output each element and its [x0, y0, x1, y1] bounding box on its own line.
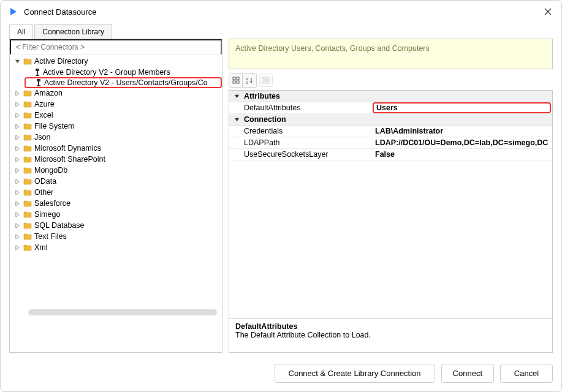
horizontal-scrollbar[interactable]: [28, 309, 217, 315]
tree-node[interactable]: OData: [13, 176, 222, 187]
connector-tree[interactable]: Active Directory: [10, 55, 222, 352]
prop-row-default-attributes[interactable]: DefaultAttributes Users: [229, 102, 552, 114]
tree-node[interactable]: File System: [13, 121, 222, 132]
svg-marker-17: [15, 168, 18, 172]
folder-icon: [23, 156, 32, 163]
chevron-down-icon[interactable]: [13, 58, 21, 65]
svg-marker-21: [15, 212, 18, 216]
tab-connection-library[interactable]: Connection Library: [34, 24, 112, 39]
close-button[interactable]: [542, 6, 554, 18]
tree-leaf-ad-users-contacts-groups[interactable]: Active Directory V2 - Users/Contacts/Gro…: [25, 77, 222, 88]
svg-marker-37: [234, 94, 238, 97]
prop-row-credentials[interactable]: Credentials LAB\Administrator: [229, 126, 552, 137]
tree-label: Xml: [34, 243, 48, 252]
connect-button[interactable]: Connect: [441, 364, 494, 383]
chevron-right-icon[interactable]: [13, 134, 21, 141]
folder-icon: [23, 89, 32, 97]
tree-node[interactable]: Json: [13, 132, 222, 143]
chevron-right-icon[interactable]: [13, 178, 21, 185]
tab-all[interactable]: All: [9, 24, 33, 39]
chevron-down-icon[interactable]: [233, 116, 240, 123]
tree-node[interactable]: Amazon: [13, 88, 222, 99]
svg-marker-32: [250, 81, 253, 83]
svg-rect-27: [233, 81, 235, 83]
folder-icon: [23, 167, 32, 174]
tree-label: Microsoft SharePoint: [34, 155, 105, 164]
chevron-right-icon[interactable]: [13, 167, 21, 174]
svg-marker-23: [15, 234, 18, 238]
chevron-right-icon[interactable]: [13, 211, 21, 218]
tree-node[interactable]: Simego: [13, 209, 222, 220]
chevron-right-icon[interactable]: [13, 100, 21, 108]
chevron-right-icon[interactable]: [13, 156, 21, 163]
svg-marker-3: [15, 59, 19, 62]
tree-node[interactable]: Other: [13, 187, 222, 198]
sort-az-button[interactable]: AZ: [243, 74, 256, 87]
property-grid: Attributes DefaultAttributes Users Conne…: [229, 90, 553, 353]
svg-marker-14: [15, 135, 18, 139]
connect-create-library-button[interactable]: Connect & Create Library Connection: [275, 364, 435, 383]
connector-icon: [36, 78, 42, 87]
svg-text:Z: Z: [246, 81, 248, 84]
left-panel: All Connection Library: [9, 24, 222, 353]
prop-value[interactable]: LDAP://DC01/OU=Demo,DC=lab,DC=simego,DC: [371, 137, 552, 148]
chevron-right-icon[interactable]: [13, 123, 21, 130]
svg-marker-12: [15, 113, 18, 117]
tree-label: Active Directory: [34, 57, 88, 66]
tree-label: Microsoft Dynamics: [34, 144, 101, 153]
tree-leaf-ad-group-members[interactable]: Active Directory V2 - Group Members: [25, 67, 222, 78]
tree-node[interactable]: Azure: [13, 99, 222, 110]
folder-icon: [23, 211, 32, 218]
svg-rect-4: [36, 69, 39, 71]
tree-node[interactable]: SQL Database: [13, 220, 222, 231]
folder-icon: [23, 145, 32, 152]
chevron-right-icon[interactable]: [13, 233, 21, 240]
chevron-down-icon[interactable]: [233, 92, 240, 100]
svg-marker-22: [15, 223, 18, 227]
chevron-right-icon[interactable]: [13, 244, 21, 251]
tree-label: Azure: [34, 100, 55, 108]
prop-row-ldap-path[interactable]: LDAPPath LDAP://DC01/OU=Demo,DC=lab,DC=s…: [229, 137, 552, 149]
svg-marker-0: [10, 8, 17, 15]
filter-connectors-input[interactable]: [10, 39, 222, 55]
tab-strip: All Connection Library: [9, 24, 222, 39]
tree-label: Salesforce: [34, 199, 70, 208]
property-pages-button[interactable]: [259, 74, 273, 87]
button-bar: Connect & Create Library Connection Conn…: [9, 359, 553, 383]
chevron-right-icon[interactable]: [13, 145, 21, 152]
prop-row-use-ssl[interactable]: UseSecureSocketsLayer False: [229, 149, 552, 160]
chevron-right-icon[interactable]: [13, 89, 21, 97]
tree-node[interactable]: Excel: [13, 110, 222, 121]
chevron-right-icon[interactable]: [13, 111, 21, 119]
svg-rect-9: [37, 85, 40, 86]
prop-value[interactable]: False: [371, 149, 552, 160]
tree-label: Active Directory V2 - Group Members: [43, 68, 170, 77]
chevron-right-icon[interactable]: [13, 222, 21, 229]
tree-node[interactable]: Salesforce: [13, 198, 222, 209]
folder-icon: [23, 178, 32, 185]
prop-category-attributes[interactable]: Attributes: [229, 91, 552, 102]
tree-node[interactable]: Xml: [13, 242, 222, 253]
cancel-button[interactable]: Cancel: [500, 364, 553, 383]
tree-label: Active Directory V2 - Users/Contacts/Gro…: [44, 78, 208, 87]
prop-key: LDAPPath: [229, 137, 371, 148]
property-toolbar: AZ: [229, 69, 553, 90]
tree-node[interactable]: Microsoft Dynamics: [13, 143, 222, 154]
tree-node[interactable]: Text Files: [13, 231, 222, 242]
folder-icon: [23, 100, 32, 108]
svg-rect-28: [237, 81, 239, 83]
connector-icon: [34, 68, 40, 77]
tree-node-active-directory[interactable]: Active Directory: [13, 56, 222, 67]
chevron-right-icon[interactable]: [13, 200, 21, 207]
prop-value[interactable]: LAB\Administrator: [371, 126, 552, 137]
tree-node[interactable]: MongoDb: [13, 165, 222, 176]
svg-rect-7: [37, 79, 40, 81]
prop-category-connection[interactable]: Connection: [229, 114, 552, 126]
tree-node[interactable]: Microsoft SharePoint: [13, 154, 222, 165]
svg-marker-11: [15, 102, 18, 106]
tree-label: File System: [34, 122, 74, 130]
folder-icon: [23, 134, 32, 141]
chevron-right-icon[interactable]: [13, 189, 21, 196]
categorized-view-button[interactable]: [229, 74, 243, 87]
prop-value[interactable]: Users: [373, 102, 551, 113]
